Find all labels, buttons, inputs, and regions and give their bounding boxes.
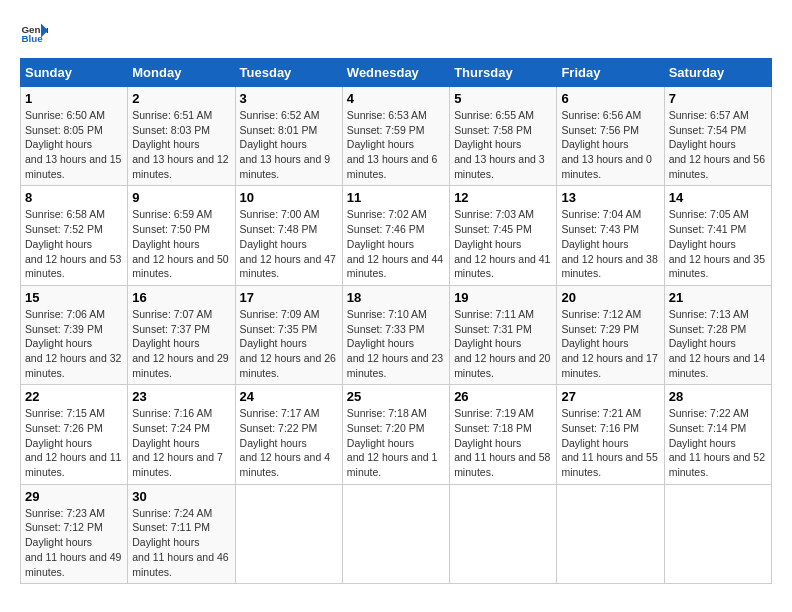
calendar-cell: 28 Sunrise: 7:22 AM Sunset: 7:14 PM Dayl… xyxy=(664,385,771,484)
calendar-week-3: 15 Sunrise: 7:06 AM Sunset: 7:39 PM Dayl… xyxy=(21,285,772,384)
calendar-week-1: 1 Sunrise: 6:50 AM Sunset: 8:05 PM Dayli… xyxy=(21,87,772,186)
day-number: 3 xyxy=(240,91,338,106)
calendar-cell: 10 Sunrise: 7:00 AM Sunset: 7:48 PM Dayl… xyxy=(235,186,342,285)
calendar-cell: 22 Sunrise: 7:15 AM Sunset: 7:26 PM Dayl… xyxy=(21,385,128,484)
day-info: Sunrise: 7:19 AM Sunset: 7:18 PM Dayligh… xyxy=(454,406,552,479)
day-info: Sunrise: 7:22 AM Sunset: 7:14 PM Dayligh… xyxy=(669,406,767,479)
day-number: 6 xyxy=(561,91,659,106)
day-number: 16 xyxy=(132,290,230,305)
svg-text:Blue: Blue xyxy=(21,33,43,44)
day-info: Sunrise: 7:10 AM Sunset: 7:33 PM Dayligh… xyxy=(347,307,445,380)
day-info: Sunrise: 6:55 AM Sunset: 7:58 PM Dayligh… xyxy=(454,108,552,181)
weekday-header-friday: Friday xyxy=(557,59,664,87)
day-number: 27 xyxy=(561,389,659,404)
weekday-header-monday: Monday xyxy=(128,59,235,87)
calendar-cell: 24 Sunrise: 7:17 AM Sunset: 7:22 PM Dayl… xyxy=(235,385,342,484)
calendar-cell xyxy=(557,484,664,583)
calendar-cell: 16 Sunrise: 7:07 AM Sunset: 7:37 PM Dayl… xyxy=(128,285,235,384)
logo-icon: General Blue xyxy=(20,20,48,48)
day-number: 1 xyxy=(25,91,123,106)
day-info: Sunrise: 7:03 AM Sunset: 7:45 PM Dayligh… xyxy=(454,207,552,280)
calendar-week-2: 8 Sunrise: 6:58 AM Sunset: 7:52 PM Dayli… xyxy=(21,186,772,285)
day-info: Sunrise: 6:58 AM Sunset: 7:52 PM Dayligh… xyxy=(25,207,123,280)
day-number: 23 xyxy=(132,389,230,404)
calendar-week-5: 29 Sunrise: 7:23 AM Sunset: 7:12 PM Dayl… xyxy=(21,484,772,583)
day-number: 20 xyxy=(561,290,659,305)
calendar-cell: 12 Sunrise: 7:03 AM Sunset: 7:45 PM Dayl… xyxy=(450,186,557,285)
calendar-cell: 3 Sunrise: 6:52 AM Sunset: 8:01 PM Dayli… xyxy=(235,87,342,186)
calendar-cell: 30 Sunrise: 7:24 AM Sunset: 7:11 PM Dayl… xyxy=(128,484,235,583)
calendar-cell: 15 Sunrise: 7:06 AM Sunset: 7:39 PM Dayl… xyxy=(21,285,128,384)
calendar-cell: 21 Sunrise: 7:13 AM Sunset: 7:28 PM Dayl… xyxy=(664,285,771,384)
day-number: 22 xyxy=(25,389,123,404)
day-number: 19 xyxy=(454,290,552,305)
calendar-cell xyxy=(664,484,771,583)
calendar-cell: 17 Sunrise: 7:09 AM Sunset: 7:35 PM Dayl… xyxy=(235,285,342,384)
day-number: 18 xyxy=(347,290,445,305)
day-info: Sunrise: 7:13 AM Sunset: 7:28 PM Dayligh… xyxy=(669,307,767,380)
calendar-cell: 9 Sunrise: 6:59 AM Sunset: 7:50 PM Dayli… xyxy=(128,186,235,285)
logo: General Blue xyxy=(20,20,48,48)
calendar-cell: 7 Sunrise: 6:57 AM Sunset: 7:54 PM Dayli… xyxy=(664,87,771,186)
day-info: Sunrise: 6:53 AM Sunset: 7:59 PM Dayligh… xyxy=(347,108,445,181)
weekday-header-thursday: Thursday xyxy=(450,59,557,87)
day-info: Sunrise: 6:51 AM Sunset: 8:03 PM Dayligh… xyxy=(132,108,230,181)
calendar-cell: 14 Sunrise: 7:05 AM Sunset: 7:41 PM Dayl… xyxy=(664,186,771,285)
day-number: 28 xyxy=(669,389,767,404)
calendar-cell xyxy=(342,484,449,583)
day-number: 15 xyxy=(25,290,123,305)
day-number: 2 xyxy=(132,91,230,106)
calendar-table: SundayMondayTuesdayWednesdayThursdayFrid… xyxy=(20,58,772,584)
weekday-header-sunday: Sunday xyxy=(21,59,128,87)
day-number: 10 xyxy=(240,190,338,205)
day-number: 9 xyxy=(132,190,230,205)
day-number: 13 xyxy=(561,190,659,205)
calendar-cell: 5 Sunrise: 6:55 AM Sunset: 7:58 PM Dayli… xyxy=(450,87,557,186)
day-info: Sunrise: 7:23 AM Sunset: 7:12 PM Dayligh… xyxy=(25,506,123,579)
calendar-cell: 8 Sunrise: 6:58 AM Sunset: 7:52 PM Dayli… xyxy=(21,186,128,285)
weekday-header-saturday: Saturday xyxy=(664,59,771,87)
day-number: 12 xyxy=(454,190,552,205)
calendar-cell: 19 Sunrise: 7:11 AM Sunset: 7:31 PM Dayl… xyxy=(450,285,557,384)
calendar-cell: 11 Sunrise: 7:02 AM Sunset: 7:46 PM Dayl… xyxy=(342,186,449,285)
day-number: 5 xyxy=(454,91,552,106)
day-number: 26 xyxy=(454,389,552,404)
calendar-cell: 4 Sunrise: 6:53 AM Sunset: 7:59 PM Dayli… xyxy=(342,87,449,186)
calendar-cell: 26 Sunrise: 7:19 AM Sunset: 7:18 PM Dayl… xyxy=(450,385,557,484)
calendar-cell: 23 Sunrise: 7:16 AM Sunset: 7:24 PM Dayl… xyxy=(128,385,235,484)
day-info: Sunrise: 7:15 AM Sunset: 7:26 PM Dayligh… xyxy=(25,406,123,479)
day-info: Sunrise: 7:06 AM Sunset: 7:39 PM Dayligh… xyxy=(25,307,123,380)
calendar-cell: 18 Sunrise: 7:10 AM Sunset: 7:33 PM Dayl… xyxy=(342,285,449,384)
day-info: Sunrise: 6:59 AM Sunset: 7:50 PM Dayligh… xyxy=(132,207,230,280)
day-number: 30 xyxy=(132,489,230,504)
day-info: Sunrise: 7:09 AM Sunset: 7:35 PM Dayligh… xyxy=(240,307,338,380)
day-info: Sunrise: 6:50 AM Sunset: 8:05 PM Dayligh… xyxy=(25,108,123,181)
weekday-header-tuesday: Tuesday xyxy=(235,59,342,87)
day-number: 7 xyxy=(669,91,767,106)
day-number: 25 xyxy=(347,389,445,404)
day-number: 29 xyxy=(25,489,123,504)
day-info: Sunrise: 7:21 AM Sunset: 7:16 PM Dayligh… xyxy=(561,406,659,479)
day-info: Sunrise: 6:57 AM Sunset: 7:54 PM Dayligh… xyxy=(669,108,767,181)
day-number: 8 xyxy=(25,190,123,205)
day-info: Sunrise: 7:12 AM Sunset: 7:29 PM Dayligh… xyxy=(561,307,659,380)
day-number: 11 xyxy=(347,190,445,205)
day-info: Sunrise: 7:16 AM Sunset: 7:24 PM Dayligh… xyxy=(132,406,230,479)
calendar-cell: 1 Sunrise: 6:50 AM Sunset: 8:05 PM Dayli… xyxy=(21,87,128,186)
calendar-cell: 27 Sunrise: 7:21 AM Sunset: 7:16 PM Dayl… xyxy=(557,385,664,484)
page-header: General Blue xyxy=(20,20,772,48)
calendar-cell xyxy=(450,484,557,583)
day-number: 24 xyxy=(240,389,338,404)
calendar-week-4: 22 Sunrise: 7:15 AM Sunset: 7:26 PM Dayl… xyxy=(21,385,772,484)
day-info: Sunrise: 7:24 AM Sunset: 7:11 PM Dayligh… xyxy=(132,506,230,579)
calendar-cell: 25 Sunrise: 7:18 AM Sunset: 7:20 PM Dayl… xyxy=(342,385,449,484)
calendar-cell: 20 Sunrise: 7:12 AM Sunset: 7:29 PM Dayl… xyxy=(557,285,664,384)
day-info: Sunrise: 7:17 AM Sunset: 7:22 PM Dayligh… xyxy=(240,406,338,479)
calendar-cell: 13 Sunrise: 7:04 AM Sunset: 7:43 PM Dayl… xyxy=(557,186,664,285)
day-info: Sunrise: 6:52 AM Sunset: 8:01 PM Dayligh… xyxy=(240,108,338,181)
calendar-cell: 6 Sunrise: 6:56 AM Sunset: 7:56 PM Dayli… xyxy=(557,87,664,186)
day-info: Sunrise: 7:04 AM Sunset: 7:43 PM Dayligh… xyxy=(561,207,659,280)
day-number: 21 xyxy=(669,290,767,305)
day-number: 14 xyxy=(669,190,767,205)
day-info: Sunrise: 7:02 AM Sunset: 7:46 PM Dayligh… xyxy=(347,207,445,280)
